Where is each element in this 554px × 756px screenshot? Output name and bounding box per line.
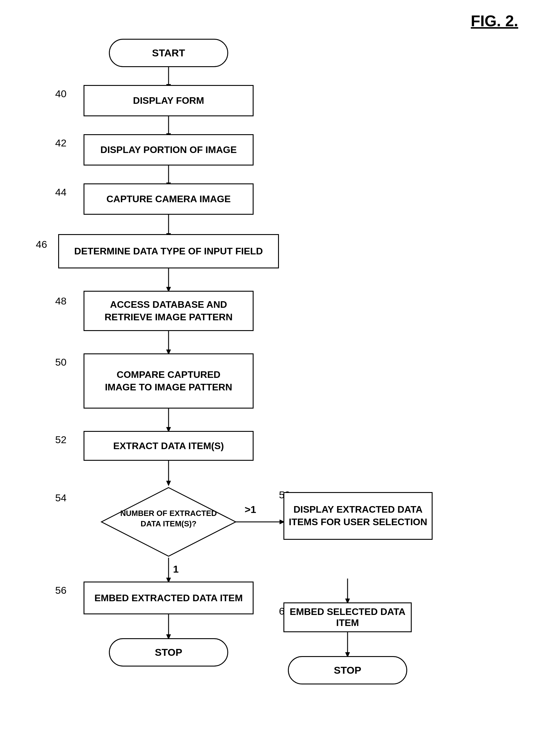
compare-captured-node: COMPARE CAPTURED IMAGE TO IMAGE PATTERN [84,353,254,409]
flowchart-arrows: >1 1 [0,0,554,756]
display-portion-text: DISPLAY PORTION OF IMAGE [101,144,237,155]
access-database-node: ACCESS DATABASE AND RETRIEVE IMAGE PATTE… [84,291,254,331]
node-40-label: 40 [55,88,66,100]
start-node: START [109,39,228,67]
access-database-text: ACCESS DATABASE AND RETRIEVE IMAGE PATTE… [104,298,232,323]
display-form-node: DISPLAY FORM [84,85,254,116]
determine-datatype-node: DETERMINE DATA TYPE OF INPUT FIELD [58,234,279,269]
stop2-node: STOP [288,656,407,685]
svg-text:>1: >1 [244,504,256,515]
node-50-label: 50 [55,356,66,368]
capture-camera-node: CAPTURE CAMERA IMAGE [84,183,254,215]
embed-extracted-shape: EMBED EXTRACTED DATA ITEM [84,582,254,614]
extract-data-node: EXTRACT DATA ITEM(S) [84,431,254,461]
determine-datatype-text: DETERMINE DATA TYPE OF INPUT FIELD [74,246,263,257]
stop1-label: STOP [155,647,182,658]
display-portion-node: DISPLAY PORTION OF IMAGE [84,134,254,166]
capture-camera-shape: CAPTURE CAMERA IMAGE [84,183,254,215]
stop2-label: STOP [334,664,361,676]
display-portion-shape: DISPLAY PORTION OF IMAGE [84,134,254,166]
display-extracted-shape: DISPLAY EXTRACTED DATA ITEMS FOR USER SE… [283,492,433,540]
embed-extracted-text: EMBED EXTRACTED DATA ITEM [94,593,242,603]
compare-captured-shape: COMPARE CAPTURED IMAGE TO IMAGE PATTERN [84,353,254,409]
compare-captured-text: COMPARE CAPTURED IMAGE TO IMAGE PATTERN [105,368,232,393]
svg-text:1: 1 [173,563,179,575]
stop1-shape: STOP [109,638,228,666]
embed-selected-text: EMBED SELECTED DATA ITEM [287,606,408,628]
stop2-shape: STOP [288,656,407,685]
figure-title: FIG. 2. [471,12,518,30]
embed-extracted-node: EMBED EXTRACTED DATA ITEM [84,582,254,614]
extract-data-shape: EXTRACT DATA ITEM(S) [84,431,254,461]
display-extracted-node: DISPLAY EXTRACTED DATA ITEMS FOR USER SE… [283,492,433,540]
embed-selected-node: EMBED SELECTED DATA ITEM [283,602,412,632]
svg-text:DATA ITEM(S)?: DATA ITEM(S)? [141,519,196,528]
svg-text:NUMBER OF EXTRACTED: NUMBER OF EXTRACTED [120,509,217,518]
node-54-label: 54 [55,492,66,504]
start-shape: START [109,39,228,67]
display-extracted-text: DISPLAY EXTRACTED DATA ITEMS FOR USER SE… [289,504,427,528]
determine-datatype-shape: DETERMINE DATA TYPE OF INPUT FIELD [58,234,279,269]
embed-selected-shape: EMBED SELECTED DATA ITEM [283,602,412,632]
access-database-shape: ACCESS DATABASE AND RETRIEVE IMAGE PATTE… [84,291,254,331]
start-label: START [152,47,185,59]
diamond-node: NUMBER OF EXTRACTED DATA ITEM(S)? [99,486,239,558]
svg-marker-15 [166,481,171,486]
node-56-label: 56 [55,585,66,596]
page-container: FIG. 2. [0,0,554,756]
node-44-label: 44 [55,186,66,198]
node-42-label: 42 [55,137,66,149]
stop1-node: STOP [109,638,228,666]
display-form-text: DISPLAY FORM [133,95,204,106]
node-48-label: 48 [55,295,66,307]
node-46-label: 46 [36,239,47,250]
diamond-shape: NUMBER OF EXTRACTED DATA ITEM(S)? [99,486,239,558]
node-52-label: 52 [55,434,66,446]
capture-camera-text: CAPTURE CAMERA IMAGE [107,193,231,205]
extract-data-text: EXTRACT DATA ITEM(S) [113,441,224,452]
display-form-shape: DISPLAY FORM [84,85,254,116]
